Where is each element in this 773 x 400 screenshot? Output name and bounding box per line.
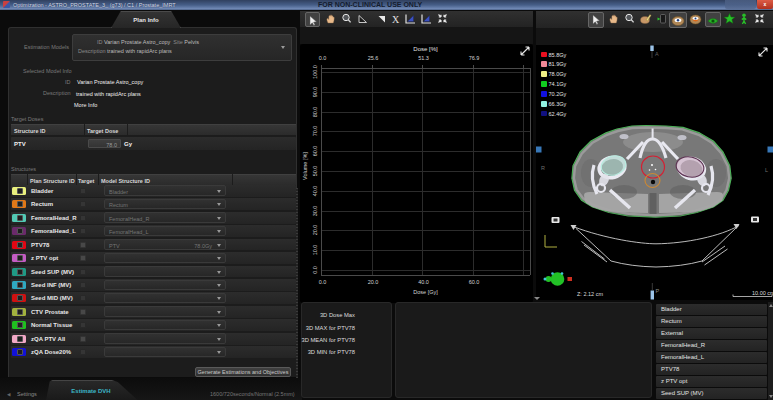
svg-text:L: L xyxy=(765,167,768,173)
svg-text:X: X xyxy=(392,14,400,25)
svg-text:A: A xyxy=(655,51,659,57)
svg-text:Z: 2.12 cm: Z: 2.12 cm xyxy=(577,291,603,297)
svg-text:10.00 cm: 10.00 cm xyxy=(752,290,773,296)
svg-text:P: P xyxy=(656,288,660,294)
svg-text:R: R xyxy=(541,165,545,171)
